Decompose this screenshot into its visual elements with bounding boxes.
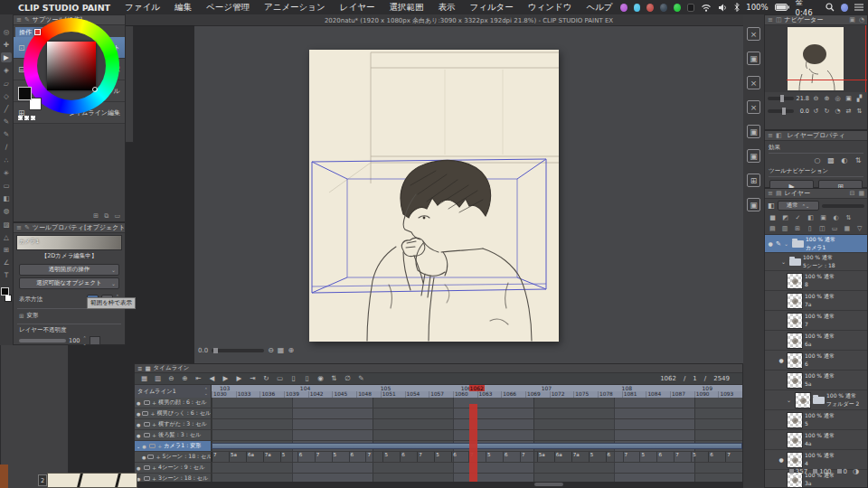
layer-eye-icon[interactable]: ● [778, 456, 785, 463]
layer-thumbnail[interactable] [787, 293, 803, 309]
cell-spec-icon[interactable]: ▯ [301, 374, 313, 384]
cel-7a[interactable]: 7a [571, 452, 589, 462]
move-tool[interactable]: ✚ [1, 40, 12, 50]
layer-thumbnail[interactable] [787, 352, 803, 369]
pencil-tool[interactable]: ✎ [1, 130, 12, 140]
auto-select-tool[interactable]: ◇ [1, 91, 12, 101]
layer-row-フォルダー 2[interactable]: ⌄100 % 通常フォルダー 2 [765, 390, 867, 410]
cel-6[interactable]: 6 [606, 452, 623, 462]
current-frame[interactable]: 1062 [660, 375, 676, 382]
timeline-name-select[interactable]: タイムライン1 ⌃⌄ [135, 385, 212, 398]
new-layer-icon[interactable]: ▤ [768, 224, 778, 233]
material-palette-icon-7[interactable]: ⊞ [747, 174, 760, 187]
apply-icon[interactable]: ▦ [843, 224, 853, 233]
combine-icon[interactable]: ◫ [817, 224, 827, 233]
zoom-in-icon[interactable]: ⊕ [822, 94, 832, 103]
navigator-rotate-slider[interactable] [768, 109, 794, 113]
anim-cel-tab-icon[interactable]: ▦ [858, 190, 864, 197]
track-expand-plus-icon[interactable]: + [150, 410, 155, 417]
check-icon[interactable]: ✓ [793, 213, 803, 222]
layer-thumbnail[interactable] [787, 432, 803, 448]
go-start-icon[interactable]: ⇤ [193, 374, 204, 384]
border-effect-icon[interactable]: ○ [812, 155, 823, 165]
track-eye-icon[interactable]: ● [137, 465, 142, 471]
onion-skin-icon[interactable]: ◉ [315, 374, 326, 384]
cel-6[interactable]: 6 [451, 452, 468, 462]
layer-thumbnail[interactable] [787, 412, 803, 428]
airbrush-tool[interactable]: ∴ [1, 155, 12, 165]
layer-thumbnail[interactable] [787, 372, 803, 389]
layer-row-4a[interactable]: 100 % 通常4a [765, 430, 867, 450]
zoom-out-icon[interactable]: ⊖ [811, 94, 821, 103]
subtool-footer-icons[interactable]: ⊞ ⧉ ▭ [93, 212, 122, 220]
trash-icon[interactable]: ▽ [854, 224, 864, 233]
search-layer-tab-icon[interactable]: ⊟ [850, 190, 855, 197]
navigator-zoom-slider[interactable] [768, 97, 794, 100]
track-expand-plus-icon[interactable]: + [152, 465, 156, 471]
cel-5[interactable]: 5 [332, 452, 349, 462]
menu-clock[interactable]: 金 0:46 [796, 0, 820, 17]
cel-7[interactable]: 7 [212, 452, 229, 462]
layer-row-5シーン : 18[interactable]: ⌄100 % 通常5シーン : 18 [765, 253, 867, 271]
battery-icon[interactable] [775, 4, 789, 11]
cel-5a[interactable]: 5a [229, 452, 246, 462]
panel-menu-icon[interactable]: ≡ [768, 190, 773, 197]
track-label-6[interactable]: ●+4シーン : 9 : セル [135, 463, 212, 474]
flip-v-icon[interactable]: ⇅ [854, 107, 864, 116]
canvas-zoom-slider[interactable] [212, 349, 264, 352]
track-label-3[interactable]: ●+後ろ髪 : 3 : セル [135, 430, 212, 441]
edit-keyframe-icon[interactable]: ✎ [355, 374, 367, 384]
track-label-5[interactable]: ●+5シーン : 18 : セル [135, 452, 212, 463]
decoration-tool[interactable]: ✳ [1, 168, 12, 178]
mask-icon[interactable]: ◧ [806, 213, 816, 222]
stepper-icon[interactable]: ⌃⌄ [82, 335, 86, 346]
cel-5a[interactable]: 5a [537, 452, 554, 462]
app-icon-2[interactable] [646, 4, 654, 12]
layer-color-icon[interactable]: ◐ [839, 155, 850, 165]
tone-icon[interactable]: ◐ [831, 213, 841, 222]
cel-7[interactable]: 7 [725, 452, 742, 462]
material-palette-icon-2[interactable]: ▣ [747, 52, 760, 65]
item-bank-tab-icon[interactable]: ◔ [859, 16, 864, 23]
opacity-slider[interactable] [19, 339, 66, 343]
cel-5[interactable]: 5 [486, 452, 503, 462]
layer-opacity-slider[interactable] [822, 204, 864, 208]
layer-row-5a[interactable]: 100 % 通常5a [765, 371, 867, 390]
cel-7a[interactable]: 7a [263, 452, 280, 462]
actual-size-icon[interactable]: ▣ [844, 94, 854, 103]
new-folder-icon[interactable]: ⊞ [793, 224, 803, 233]
start-frame[interactable]: 1 [693, 375, 696, 382]
spotlight-icon[interactable] [826, 3, 835, 12]
navigator-view[interactable] [765, 25, 867, 92]
new-vector-icon[interactable]: ▥ [780, 224, 790, 233]
menu-item-6[interactable]: 表示 [430, 2, 462, 14]
material-palette-icon-1[interactable]: × [747, 27, 760, 41]
end-frame[interactable]: 2549 [713, 375, 730, 382]
fill-tool[interactable]: ◍ [1, 207, 12, 217]
subview-tab-icon[interactable]: ▣ [849, 16, 855, 23]
rotate-right-icon[interactable]: ↻ [822, 107, 832, 116]
battery-percent[interactable]: 100% [746, 3, 768, 12]
next-frame-icon[interactable]: ▶ [233, 374, 245, 384]
saturation-value-square[interactable] [47, 42, 96, 90]
prev-frame-icon[interactable]: ◀ [206, 374, 218, 384]
flip-h-icon[interactable]: ⇄ [844, 107, 854, 116]
track-eye-icon[interactable]: ● [137, 411, 140, 417]
cel-5[interactable]: 5 [382, 452, 400, 462]
layer-thumbnail[interactable] [787, 333, 803, 349]
cel-6[interactable]: 6 [656, 452, 674, 462]
layer-thumbnail[interactable] [787, 273, 803, 289]
selectable-object-dropdown[interactable]: 選択可能なオブジェクト⌄ [19, 277, 119, 289]
layer-thumbnail[interactable] [787, 313, 803, 329]
track-expand-plus-icon[interactable]: + [152, 399, 156, 406]
menu-item-1[interactable]: 編集 [167, 2, 199, 14]
cel-7[interactable]: 7 [315, 452, 332, 462]
fit-icon[interactable]: ◎ [833, 94, 843, 103]
loop-icon[interactable]: ↻ [260, 374, 272, 384]
lock-icon[interactable]: ■ [768, 213, 778, 222]
material-palette-icon-5[interactable]: ▣ [747, 125, 760, 138]
stepper-icon[interactable]: ⌃⌄ [204, 388, 208, 396]
zoom-tool[interactable]: ◎ [1, 27, 12, 37]
menu-item-3[interactable]: アニメーション [257, 2, 333, 14]
layer-row-6a[interactable]: 100 % 通常6a [765, 331, 867, 351]
